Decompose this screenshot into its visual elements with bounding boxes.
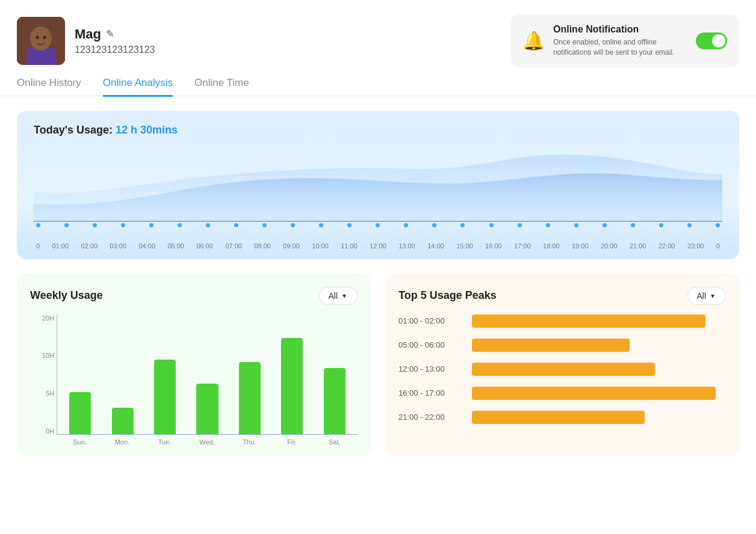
bar: [154, 360, 176, 434]
time-dot: [64, 223, 69, 227]
svg-point-2: [30, 26, 52, 51]
peaks-card: Top 5 Usage Peaks All ▾ 01:00 - 02:0005:…: [385, 274, 739, 456]
time-dot: [546, 223, 550, 227]
time-label: 23:00: [687, 242, 704, 250]
peak-time-label: 12:00 - 13:00: [398, 364, 465, 373]
peak-row: 21:00 - 22:00: [398, 411, 726, 424]
y-label-10h: 10H: [30, 352, 54, 359]
time-label: 13:00: [398, 242, 415, 250]
time-label: 02:00: [81, 242, 98, 250]
user-name-row: Mag ✎: [75, 26, 155, 42]
time-dot: [93, 223, 97, 227]
weekly-card-header: Weekly Usage All ▾: [30, 287, 358, 305]
today-usage-card: Today's Usage: 12 h 30mins: [17, 111, 739, 259]
user-name-text: Mag: [75, 26, 101, 42]
time-dot: [659, 223, 663, 227]
time-dot: [291, 223, 295, 227]
time-label: 06:00: [196, 242, 213, 250]
y-label-5h: 5H: [30, 390, 54, 397]
time-dot: [347, 223, 352, 227]
time-label: 18:00: [543, 242, 560, 250]
time-axis: 001:0002:0003:0004:0005:0006:0007:0008:0…: [34, 242, 722, 250]
peak-bar: [472, 411, 645, 424]
bar-col: [232, 362, 268, 434]
time-dot: [319, 223, 323, 227]
peak-bar: [472, 363, 655, 376]
time-dot: [404, 223, 408, 227]
peak-row: 12:00 - 13:00: [398, 363, 726, 376]
tab-online-analysis[interactable]: Online Analysis: [103, 77, 173, 97]
notification-content: Online Notification Once enabled, online…: [553, 24, 687, 58]
edit-icon[interactable]: ✎: [106, 28, 114, 40]
bar-day-label: Mon.: [104, 438, 141, 446]
tab-online-history[interactable]: Online History: [17, 77, 81, 97]
time-dot: [518, 223, 522, 227]
time-label: 20:00: [601, 242, 618, 250]
time-dot: [234, 223, 238, 227]
time-label: 19:00: [572, 242, 589, 250]
bar: [196, 384, 218, 434]
bar: [69, 392, 91, 434]
time-label: 0: [36, 242, 40, 250]
peaks-list: 01:00 - 02:0005:00 - 06:0012:00 - 13:001…: [398, 315, 726, 424]
chevron-down-icon: ▾: [711, 292, 714, 300]
time-dot: [376, 223, 380, 227]
usage-chart-svg: [34, 144, 722, 222]
peak-bar-wrap: [472, 387, 726, 400]
user-info: Mag ✎ 123123123123123: [75, 26, 155, 55]
notification-title: Online Notification: [553, 24, 687, 35]
avatar: [17, 17, 65, 65]
notification-toggle[interactable]: [696, 32, 727, 49]
time-label: 09:00: [283, 242, 300, 250]
time-dot: [603, 223, 607, 227]
weekly-card-title: Weekly Usage: [30, 289, 103, 302]
time-label: 01:00: [52, 242, 69, 250]
bar-col: [317, 368, 353, 434]
bar-day-label: Sun.: [61, 438, 98, 446]
header: Mag ✎ 123123123123123 🔔 Online Notificat…: [0, 0, 756, 77]
time-label: 08:00: [254, 242, 271, 250]
time-dot: [687, 223, 692, 227]
weekly-dropdown-label: All: [328, 291, 338, 301]
svg-point-3: [36, 35, 39, 39]
time-label: 0: [716, 242, 720, 250]
bar: [324, 368, 345, 434]
time-dot: [489, 223, 494, 227]
time-label: 04:00: [138, 242, 155, 250]
bar-col: [62, 392, 98, 434]
bar-col: [274, 338, 310, 434]
y-label-20h: 20H: [30, 315, 54, 322]
bar-day-label: Fri.: [274, 438, 311, 446]
weekly-dropdown[interactable]: All ▾: [319, 287, 358, 305]
time-label: 07:00: [225, 242, 242, 250]
peak-time-label: 16:00 - 17:00: [398, 388, 465, 397]
bar-day-label: Tue.: [146, 438, 183, 446]
bar-col: [147, 360, 183, 434]
time-dot: [631, 223, 635, 227]
bar-col: [189, 384, 225, 434]
bar-col: [104, 408, 140, 434]
bar-day-label: Sat.: [316, 438, 353, 446]
time-dot: [121, 223, 125, 227]
peak-row: 01:00 - 02:00: [398, 315, 726, 328]
peaks-card-title: Top 5 Usage Peaks: [398, 289, 497, 302]
time-label: 10:00: [312, 242, 329, 250]
y-label-0h: 0H: [30, 428, 54, 435]
peak-bar-wrap: [472, 339, 726, 352]
bar: [239, 362, 261, 434]
peaks-dropdown[interactable]: All ▾: [687, 287, 726, 305]
time-dot: [460, 223, 465, 227]
bar-labels-row: Sun.Mon.Tue.Wed.Thu.Fri.Sat.: [30, 435, 358, 446]
time-label: 11:00: [341, 242, 358, 250]
tab-online-time[interactable]: Online Time: [194, 77, 249, 97]
peak-time-label: 01:00 - 02:00: [398, 316, 465, 325]
bar: [281, 338, 303, 434]
time-label: 22:00: [658, 242, 675, 250]
peak-bar: [472, 387, 716, 400]
peaks-dropdown-label: All: [696, 291, 706, 301]
time-label: 16:00: [485, 242, 502, 250]
time-dot-row: [34, 223, 722, 227]
weekly-usage-card: Weekly Usage All ▾ 0H 5H 10H 20H: [17, 274, 371, 456]
bar-day-label: Thu.: [231, 438, 268, 446]
peak-time-label: 21:00 - 22:00: [398, 413, 465, 422]
